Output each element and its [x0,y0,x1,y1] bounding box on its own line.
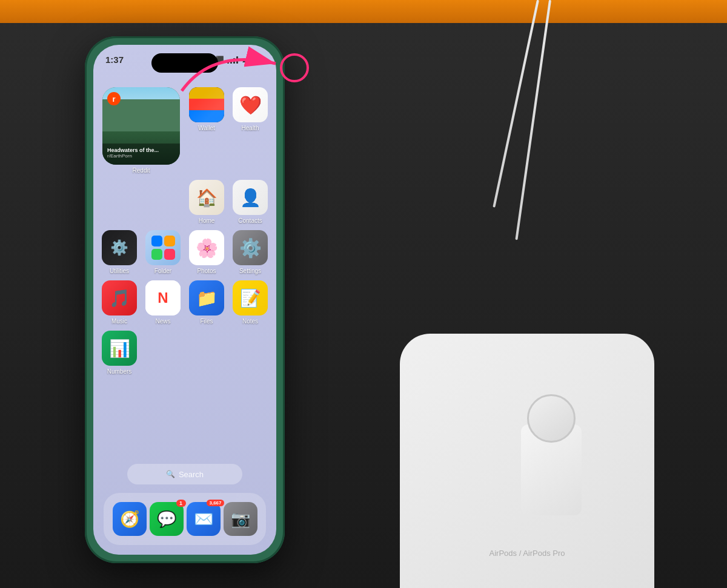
utilities-icon: ⚙️ [110,239,128,256]
utilities-label: Utilities [110,268,129,274]
reddit-text-overlay: Headwaters of the... r/EarthPorn [102,144,180,165]
search-bar[interactable]: 🔍 Search [127,464,242,484]
iphone-device: 1:37 ⬛ ▲ [85,36,285,563]
files-app[interactable]: 📁 Files [188,280,225,325]
news-label: News [155,318,170,325]
files-label: Files [200,318,213,325]
orange-strip [0,0,727,23]
search-label: Search [179,470,204,479]
news-app[interactable]: N News [144,280,182,325]
wallet-app[interactable]: Wallet [188,87,225,174]
scene: AirPods / AirPods Pro 1:37 ⬛ [0,0,727,588]
home-label: Home [199,217,215,224]
app-row-3: ⚙️ Utilities Folder [101,230,269,274]
contacts-app[interactable]: 👤 Contacts [231,180,269,224]
signal-bar-2 [230,60,232,64]
power-button [284,145,285,188]
mail-dock-app[interactable]: ✉️ 3,667 [187,502,221,536]
app-row-5: 📊 Numbers [101,331,269,375]
contacts-label: Contacts [238,217,262,224]
health-label: Health [242,125,259,131]
camera-icon: 📷 [231,510,250,529]
volume-up-button [85,148,86,182]
dynamic-island [151,53,218,73]
settings-label: Settings [239,268,261,274]
messages-badge: 1 [176,500,186,507]
battery-icon [251,56,264,64]
signal-bar-1 [227,61,229,64]
numbers-icon: 📊 [109,339,130,358]
home-screen: Headwaters of the... r/EarthPorn r Reddi… [93,81,276,488]
reddit-subreddit: r/EarthPorn [107,153,175,159]
app-row-1: Headwaters of the... r/EarthPorn r Reddi… [101,87,269,174]
status-icons: ⬛ ▲ [216,56,264,64]
mail-badge: 3,667 [207,500,224,506]
numbers-label: Numbers [107,368,132,375]
music-icon: 🎵 [109,288,130,308]
news-icon: N [158,289,168,306]
safari-dock-app[interactable]: 🧭 [113,502,147,536]
settings-app[interactable]: ⚙️ Settings [231,230,269,274]
home-icon: 🏠 [196,188,217,208]
home-app[interactable]: 🏠 Home [188,180,225,224]
wifi-icon: ▲ [241,56,248,64]
safari-icon: 🧭 [120,510,139,529]
search-icon: 🔍 [166,470,175,478]
iphone-screen: 1:37 ⬛ ▲ [93,45,276,555]
signal-bar-4 [236,56,238,64]
utilities-app[interactable]: ⚙️ Utilities [101,230,138,274]
mute-switch [85,115,86,136]
airpods-label: AirPods / AirPods Pro [490,549,565,558]
signal-bar-3 [233,58,235,64]
app-row-4: 🎵 Music N News 📁 [101,280,269,325]
reddit-app[interactable]: Headwaters of the... r/EarthPorn r Reddi… [101,87,182,174]
reddit-headline: Headwaters of the... [107,147,175,153]
folder-app[interactable]: Folder [144,230,182,274]
battery-fill [252,58,257,62]
status-time: 1:37 [105,55,124,65]
settings-icon: ⚙️ [239,237,262,259]
files-icon: 📁 [196,288,217,308]
photos-label: Photos [197,268,216,274]
photos-app[interactable]: 🌸 Photos [188,230,225,274]
contacts-icon: 👤 [240,188,261,208]
messages-icon: 💬 [157,510,176,529]
notes-app[interactable]: 📝 Notes [231,280,269,325]
app-row-2: 🏠 Home 👤 Contacts [101,180,269,224]
reddit-label: Reddit [133,167,150,174]
notes-icon: 📝 [240,288,261,308]
volume-down-button [85,191,86,224]
folder-label: Folder [154,268,171,274]
health-icon: ❤️ [239,94,262,116]
messages-dock-app[interactable]: 💬 1 [150,502,184,536]
dock: 🧭 💬 1 ✉️ 3,667 [104,493,266,545]
numbers-app[interactable]: 📊 Numbers [101,331,138,375]
mail-icon: ✉️ [194,510,213,529]
music-label: Music [111,318,127,325]
photos-icon: 🌸 [196,237,218,259]
watch-charger [515,394,588,515]
reddit-logo: r [107,92,121,105]
wallet-label: Wallet [198,125,214,131]
camera-dock-app[interactable]: 📷 [224,502,257,536]
notes-label: Notes [242,318,258,325]
music-app[interactable]: 🎵 Music [101,280,138,325]
charger-head [527,394,576,443]
signal-icon [227,56,238,64]
health-app[interactable]: ❤️ Health [231,87,269,174]
